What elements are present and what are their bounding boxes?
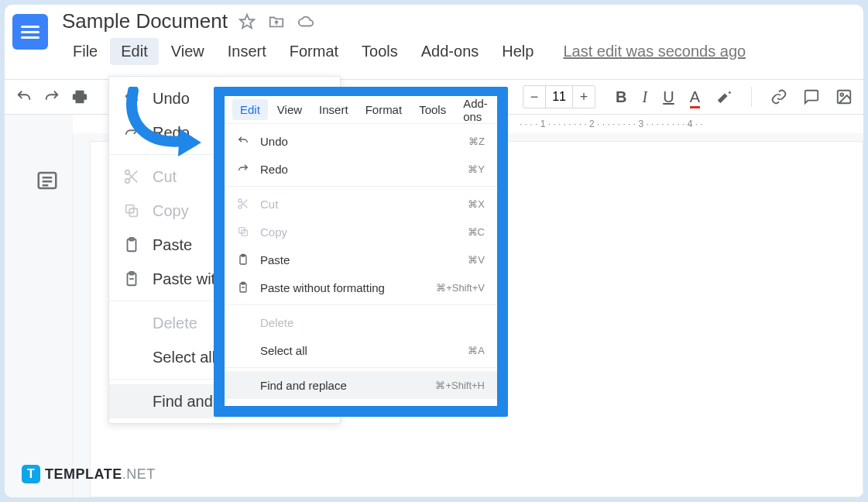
menu-insert[interactable]: Insert bbox=[217, 38, 277, 65]
callout-menu-format[interactable]: Format bbox=[358, 99, 410, 120]
menu-item-shortcut: ⌘C bbox=[468, 226, 485, 238]
docs-logo-icon[interactable] bbox=[12, 14, 48, 50]
print-icon[interactable] bbox=[71, 88, 88, 105]
star-icon[interactable] bbox=[238, 13, 256, 30]
header: Sample Document File Edit View Insert Fo… bbox=[5, 5, 863, 65]
last-edit-link[interactable]: Last edit was seconds ago bbox=[563, 43, 746, 60]
document-title[interactable]: Sample Document bbox=[62, 9, 228, 33]
app-window: Sample Document File Edit View Insert Fo… bbox=[5, 5, 863, 497]
title-line: Sample Document bbox=[62, 9, 746, 33]
menu-view[interactable]: View bbox=[160, 38, 215, 65]
image-icon[interactable] bbox=[835, 88, 853, 105]
redo-icon bbox=[237, 163, 249, 175]
svg-point-20 bbox=[238, 205, 242, 208]
menu-tools[interactable]: Tools bbox=[351, 38, 409, 65]
callout-item-copy[interactable]: Copy ⌘C bbox=[225, 218, 497, 246]
menu-item-label: Select all bbox=[260, 344, 307, 357]
menu-item-label: Find and replace bbox=[260, 379, 347, 392]
callout-menu-bar: Edit View Insert Format Tools Add-ons bbox=[225, 96, 497, 124]
menu-item-label: Cut bbox=[260, 198, 278, 211]
menu-item-shortcut: ⌘V bbox=[468, 254, 485, 266]
toolbar-left-group bbox=[15, 88, 88, 105]
callout-menu-list: Undo ⌘Z Redo ⌘Y Cut ⌘X Copy ⌘C bbox=[225, 124, 497, 406]
svg-marker-0 bbox=[240, 14, 254, 27]
watermark-text: TEMPLATE.NET bbox=[45, 466, 156, 483]
callout-item-select-all[interactable]: Select all ⌘A bbox=[225, 336, 497, 364]
menu-separator bbox=[225, 367, 497, 368]
link-icon[interactable] bbox=[770, 88, 787, 105]
callout-menu-addons[interactable]: Add-ons bbox=[455, 93, 496, 127]
callout-menu-view[interactable]: View bbox=[269, 99, 310, 120]
font-size-value[interactable]: 11 bbox=[545, 86, 573, 108]
callout-item-undo[interactable]: Undo ⌘Z bbox=[225, 127, 497, 155]
underline-icon[interactable]: U bbox=[663, 88, 674, 106]
clipboard-icon bbox=[123, 236, 140, 253]
toolbar-separator bbox=[751, 87, 752, 107]
menu-item-label: Undo bbox=[153, 90, 190, 108]
callout-item-delete[interactable]: Delete bbox=[225, 308, 497, 336]
font-size-increase-button[interactable]: + bbox=[573, 89, 595, 105]
comment-icon[interactable] bbox=[803, 88, 820, 105]
callout-panel: Edit View Insert Format Tools Add-ons Un… bbox=[214, 87, 508, 417]
menu-item-label: Select all bbox=[153, 349, 215, 366]
undo-icon[interactable] bbox=[15, 88, 33, 105]
menu-item-label: Paste bbox=[153, 236, 192, 254]
menu-item-label: Paste wit bbox=[153, 270, 215, 288]
text-color-icon[interactable]: A bbox=[690, 88, 700, 106]
callout-item-redo[interactable]: Redo ⌘Y bbox=[225, 155, 497, 183]
scissors-icon bbox=[237, 198, 249, 210]
menu-item-shortcut: ⌘Y bbox=[468, 163, 485, 175]
callout-item-find-replace[interactable]: Find and replace ⌘+Shift+H bbox=[225, 371, 497, 399]
menu-item-shortcut: ⌘X bbox=[468, 198, 485, 210]
redo-icon[interactable] bbox=[43, 88, 60, 105]
bold-icon[interactable]: B bbox=[616, 88, 626, 106]
callout-item-paste[interactable]: Paste ⌘V bbox=[225, 246, 497, 273]
watermark: T TEMPLATE.NET bbox=[22, 465, 156, 483]
outline-icon[interactable] bbox=[36, 169, 59, 192]
menu-item-label: Undo bbox=[260, 135, 288, 148]
svg-point-7 bbox=[125, 170, 130, 175]
menu-addons[interactable]: Add-ons bbox=[410, 38, 490, 65]
undo-icon bbox=[123, 90, 140, 107]
callout-menu-insert[interactable]: Insert bbox=[311, 99, 356, 120]
clipboard-icon bbox=[237, 253, 249, 266]
menu-item-label: Redo bbox=[153, 124, 190, 142]
clipboard-text-icon bbox=[237, 281, 249, 294]
title-area: Sample Document File Edit View Insert Fo… bbox=[62, 9, 746, 65]
menu-item-label: Paste without formatting bbox=[260, 281, 385, 294]
menu-format[interactable]: Format bbox=[279, 38, 349, 65]
menu-item-label: Copy bbox=[260, 225, 287, 239]
highlight-icon[interactable] bbox=[715, 88, 732, 105]
menu-separator bbox=[225, 186, 497, 187]
menu-item-shortcut: ⌘+Shift+V bbox=[436, 282, 485, 294]
font-size-control: − 11 + bbox=[523, 85, 595, 108]
watermark-badge-icon: T bbox=[22, 465, 40, 483]
redo-icon bbox=[123, 124, 140, 141]
menu-item-label: Delete bbox=[153, 315, 197, 332]
menu-file[interactable]: File bbox=[62, 38, 108, 65]
menu-item-label: Redo bbox=[260, 163, 288, 176]
svg-point-19 bbox=[238, 199, 242, 202]
menu-edit[interactable]: Edit bbox=[110, 38, 158, 65]
menu-item-shortcut: ⌘A bbox=[468, 345, 485, 356]
font-size-decrease-button[interactable]: − bbox=[523, 89, 545, 105]
title-icons bbox=[238, 13, 314, 30]
menu-help[interactable]: Help bbox=[491, 38, 544, 65]
menu-item-label: Copy bbox=[153, 202, 189, 220]
italic-icon[interactable]: I bbox=[643, 88, 648, 106]
callout-menu-tools[interactable]: Tools bbox=[411, 99, 454, 120]
move-folder-icon[interactable] bbox=[268, 13, 285, 30]
menu-bar: File Edit View Insert Format Tools Add-o… bbox=[62, 38, 746, 65]
cloud-status-icon[interactable] bbox=[297, 13, 314, 30]
undo-icon bbox=[237, 135, 249, 147]
callout-menu-edit[interactable]: Edit bbox=[232, 99, 268, 120]
menu-item-shortcut: ⌘Z bbox=[468, 136, 485, 147]
callout-item-paste-wf[interactable]: Paste without formatting ⌘+Shift+V bbox=[225, 273, 497, 301]
svg-point-2 bbox=[840, 93, 843, 96]
callout-item-cut[interactable]: Cut ⌘X bbox=[225, 190, 497, 218]
menu-item-label: Delete bbox=[260, 316, 293, 329]
copy-icon bbox=[123, 202, 140, 219]
menu-separator bbox=[225, 304, 497, 305]
callout-inner: Edit View Insert Format Tools Add-ons Un… bbox=[225, 96, 497, 406]
format-icons: B I U A bbox=[616, 87, 853, 107]
